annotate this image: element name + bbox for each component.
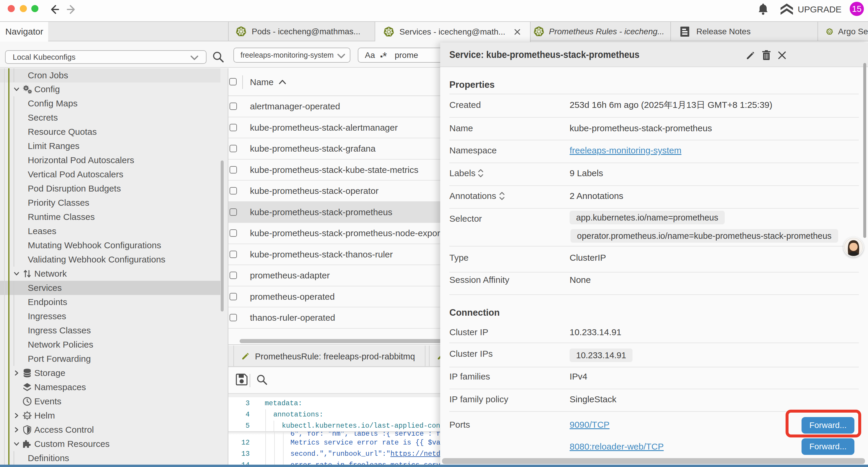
svg-text:HELM: HELM: [24, 415, 31, 417]
